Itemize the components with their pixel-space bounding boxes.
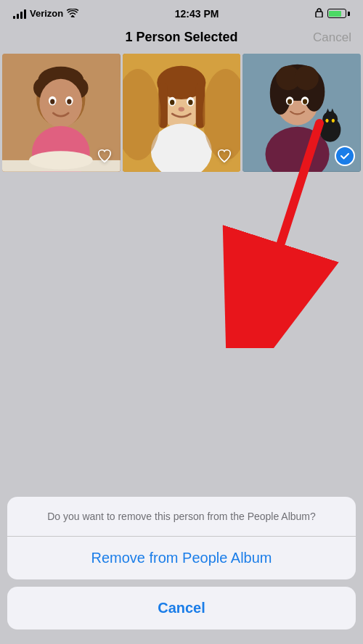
svg-point-0 xyxy=(72,16,73,17)
photos-grid xyxy=(0,54,363,172)
nav-bar: 1 Person Selected Cancel xyxy=(0,24,363,51)
svg-point-45 xyxy=(326,119,329,123)
photo-item-1[interactable] xyxy=(2,54,121,172)
svg-point-24 xyxy=(188,99,192,104)
remove-from-people-album-button[interactable]: Remove from People Album xyxy=(7,537,356,579)
svg-point-10 xyxy=(50,99,54,104)
wifi-icon xyxy=(67,8,78,20)
status-left: Verizon xyxy=(13,8,78,20)
svg-point-46 xyxy=(332,119,335,123)
cancel-action-button[interactable]: Cancel xyxy=(7,587,356,629)
photo-item-3[interactable] xyxy=(242,54,361,172)
action-sheet-message-container: Do you want to remove this person from t… xyxy=(7,497,356,537)
svg-point-35 xyxy=(295,66,319,91)
svg-point-7 xyxy=(39,79,82,128)
status-time: 12:43 PM xyxy=(175,8,219,20)
action-sheet-message: Do you want to remove this person from t… xyxy=(47,511,316,522)
page-title: 1 Person Selected xyxy=(125,30,237,45)
heart-icon-1[interactable] xyxy=(94,146,115,166)
action-sheet: Do you want to remove this person from t… xyxy=(0,497,363,644)
selection-checkmark-3[interactable] xyxy=(335,146,355,166)
photo-item-2[interactable] xyxy=(123,54,241,172)
svg-point-42 xyxy=(323,112,338,127)
svg-point-39 xyxy=(303,99,307,104)
status-bar: Verizon 12:43 PM xyxy=(0,0,363,24)
cancel-nav-button[interactable]: Cancel xyxy=(313,30,351,45)
heart-icon-2[interactable] xyxy=(214,146,234,166)
battery-indicator xyxy=(327,9,350,18)
svg-point-11 xyxy=(67,99,71,104)
signal-icon xyxy=(13,9,26,19)
carrier-label: Verizon xyxy=(30,8,63,19)
action-sheet-cancel-container: Cancel xyxy=(7,587,356,629)
action-sheet-main: Do you want to remove this person from t… xyxy=(7,497,356,579)
svg-point-25 xyxy=(178,107,184,111)
status-right xyxy=(315,7,350,20)
svg-point-23 xyxy=(170,99,174,104)
svg-point-14 xyxy=(29,151,93,169)
svg-point-38 xyxy=(287,99,292,104)
lock-icon xyxy=(315,7,323,20)
svg-rect-1 xyxy=(316,12,322,17)
